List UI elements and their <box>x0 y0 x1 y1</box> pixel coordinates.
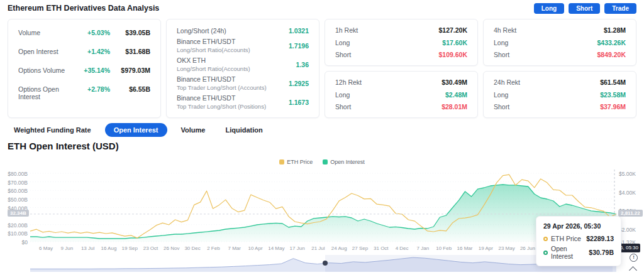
trade-button[interactable]: Trade <box>604 3 636 14</box>
x-axis-tick: 30 Dec <box>184 245 200 251</box>
tab-volume[interactable]: Volume <box>175 123 212 137</box>
ratio-value: 1.0321 <box>289 27 309 35</box>
open-interest-current-badge: 32.34B <box>8 210 29 217</box>
stat-percent: +2.78% <box>77 85 110 93</box>
rekt-long-label: Long <box>494 39 508 46</box>
tooltip-date: 29 Apr 2026, 05:30 <box>543 222 614 230</box>
ratio-sublabel: Top Trader Long/Short (Positions) <box>177 103 289 110</box>
rekt-long-label: Long <box>494 91 508 99</box>
short-button[interactable]: Short <box>569 3 600 14</box>
ratio-label: Binance ETH/USDT <box>177 94 289 102</box>
rekt-column-1: 1h Rekt $127.20K Long $17.60K Short $109… <box>325 19 478 118</box>
rekt-title: 1h Rekt <box>335 26 358 34</box>
x-axis-tick: 21 Jul <box>311 245 325 251</box>
rekt-long-value: $23.58M <box>600 91 626 99</box>
rekt-total: $127.20K <box>438 26 467 34</box>
x-axis-tick: 26 Nov <box>164 245 179 251</box>
rekt-card-12h: 12h Rekt $30.49M Long $2.48M Short $28.0… <box>325 71 478 118</box>
ratio-value: 1.1673 <box>289 99 309 106</box>
rekt-title: 4h Rekt <box>494 26 516 34</box>
x-axis-tick: 26 Jun <box>520 245 535 251</box>
ratio-sublabel: Top Trader Long/Short (Accounts) <box>177 84 289 91</box>
ratio-row: Binance ETH/USDT Top Trader Long/Short (… <box>177 75 309 91</box>
stat-value: $39.05B <box>110 29 150 36</box>
tab-open-interest[interactable]: Open Interest <box>105 123 167 137</box>
ratio-label: Binance ETH/USDT <box>177 38 289 45</box>
volume-stats-card: Volume +5.03% $39.05B Open Interest +1.4… <box>8 19 161 118</box>
rekt-card-1h: 1h Rekt $127.20K Long $17.60K Short $109… <box>325 19 478 66</box>
stat-value: $979.03M <box>110 67 150 74</box>
x-axis-tick: 27 Sep <box>352 245 368 251</box>
stat-row-options-volume: Options Volume +35.14% $979.03M <box>18 67 150 74</box>
tab-liquidation[interactable]: Liquidation <box>219 123 269 137</box>
ratio-row: Binance ETH/USDT Top Trader Long/Short (… <box>177 94 309 110</box>
tooltip-label: ETH Price <box>551 235 586 242</box>
rekt-short-value: $37.96M <box>600 103 626 111</box>
stat-label: Options Open Interest <box>18 85 77 100</box>
rekt-short-value: $109.60K <box>438 51 467 58</box>
x-axis-tick: 23 May <box>498 245 514 251</box>
ratio-sublabel: Long/Short Ratio(Accounts) <box>177 46 289 53</box>
y-axis-left-tick: $60.00B <box>3 188 28 194</box>
header-buttons: Long Short Trade <box>534 3 636 14</box>
ratio-row: OKX ETH Long/Short Ratio(Accounts) 1.36 <box>177 57 309 72</box>
chart-tooltip: 29 Apr 2026, 05:30 ETH Price $2289.13 Op… <box>536 216 621 266</box>
stat-row-open-interest: Open Interest +1.42% $31.68B <box>18 48 150 55</box>
rekt-total: $30.49M <box>441 78 467 86</box>
rekt-short-label: Short <box>335 51 351 58</box>
y-axis-right-tick: $4.00K <box>619 190 636 196</box>
stat-label: Open Interest <box>18 48 77 55</box>
y-axis-right-tick: $2.00K <box>619 227 636 233</box>
stat-percent: +35.14% <box>77 67 110 74</box>
tab-weighted-funding-rate[interactable]: Weighted Funding Rate <box>8 123 97 137</box>
stat-value: $31.68B <box>110 48 150 55</box>
y-axis-left-tick: $70.00B <box>3 180 28 186</box>
ratio-value: 1.2925 <box>289 80 309 87</box>
rekt-card-24h: 24h Rekt $61.54M Long $23.58M Short $37.… <box>483 71 636 118</box>
rekt-short-value: $28.01M <box>441 103 467 111</box>
x-axis-tick: 6 May <box>39 245 53 251</box>
navigator-handle[interactable] <box>323 261 328 266</box>
stat-percent: +5.03% <box>77 29 110 36</box>
x-axis-tick: 16 Aug <box>101 245 116 251</box>
long-button[interactable]: Long <box>534 3 564 14</box>
rekt-total: $61.54M <box>600 78 626 86</box>
stat-label: Options Volume <box>18 67 77 74</box>
x-axis-tick: 7 Jan <box>417 245 430 251</box>
x-axis-tick: 23 Oct <box>143 245 158 251</box>
rekt-column-2: 4h Rekt $1.28M Long $433.26K Short $849.… <box>483 19 636 118</box>
chart-title: ETH Open Interest (USD) <box>8 141 119 151</box>
page-title: Ethereum ETH Derivatives Data Analysis <box>8 4 159 13</box>
x-axis-tick: 4 Dec <box>396 245 409 251</box>
rekt-long-value: $17.60K <box>442 39 467 46</box>
rekt-short-label: Short <box>494 103 509 111</box>
derivatives-dashboard: Ethereum ETH Derivatives Data Analysis L… <box>0 0 644 275</box>
y-axis-right-tick: $5.00K <box>619 171 636 177</box>
y-axis-left-tick: $50.00B <box>3 197 28 203</box>
y-axis-left-tick: $10.00B <box>3 230 28 237</box>
ratio-label: Binance ETH/USDT <box>177 75 289 83</box>
rekt-card-4h: 4h Rekt $1.28M Long $433.26K Short $849.… <box>483 19 636 66</box>
x-axis-tick: 14 May <box>268 245 284 251</box>
rekt-long-value: $433.26K <box>597 39 626 46</box>
rekt-long-label: Long <box>335 91 350 99</box>
info-icon[interactable] <box>630 254 638 262</box>
x-axis-tick: 10 Feb <box>436 245 452 251</box>
stat-cards-row: Volume +5.03% $39.05B Open Interest +1.4… <box>8 19 636 118</box>
ratio-label: OKX ETH <box>177 57 296 64</box>
y-axis-left-tick: $20.00B <box>3 222 28 229</box>
x-axis-tick: 24 Aug <box>331 245 347 251</box>
x-axis-tick: 19 Apr <box>479 245 493 251</box>
tooltip-value: $2289.13 <box>586 235 614 242</box>
long-short-ratio-card: Long/Short (24h) 1.0321 Binance ETH/USDT… <box>166 19 319 118</box>
rekt-total: $1.28M <box>604 26 626 34</box>
ratio-row: Long/Short (24h) 1.0321 <box>177 27 309 35</box>
stat-percent: +1.42% <box>77 48 110 55</box>
chart-tabs: Weighted Funding Rate Open Interest Volu… <box>8 123 269 137</box>
chart-plot-area[interactable]: 32.34B 2,811.22 29 Apr 2026, 05:30 ETH P… <box>0 157 644 275</box>
rekt-short-label: Short <box>494 51 509 58</box>
stat-value: $6.55B <box>110 85 150 93</box>
x-axis-tick: 2 Feb <box>207 245 219 251</box>
y-axis-left-tick: $0 <box>3 239 28 245</box>
rekt-title: 24h Rekt <box>494 78 520 86</box>
